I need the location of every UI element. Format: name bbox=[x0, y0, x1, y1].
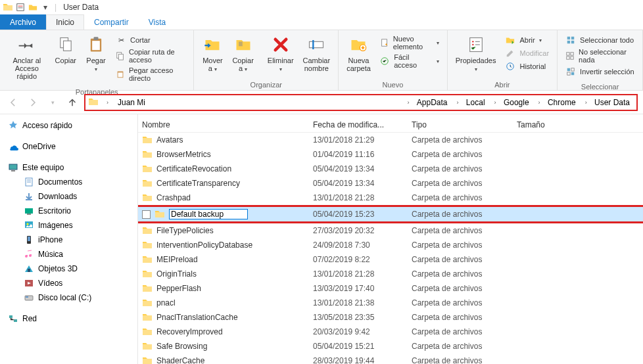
table-row[interactable]: 05/04/2019 15:23Carpeta de archivos bbox=[138, 207, 643, 221]
item-icon bbox=[24, 292, 34, 303]
sidebar-pc-item[interactable]: iPhone bbox=[0, 233, 137, 247]
sidebar-pc-item[interactable]: Imágenes bbox=[0, 218, 137, 233]
sidebar-pc-item[interactable]: Escritorio bbox=[0, 204, 137, 218]
onedrive-icon bbox=[8, 141, 18, 152]
address-bar[interactable]: › Juan Mi › AppData › Local › Google › C… bbox=[84, 94, 638, 111]
back-button[interactable] bbox=[5, 95, 21, 110]
folder-icon bbox=[142, 164, 153, 174]
cut-button[interactable]: ✂ Cortar bbox=[114, 34, 187, 46]
properties-icon[interactable] bbox=[15, 2, 26, 12]
table-row[interactable]: Crashpad13/01/2018 21:28Carpeta de archi… bbox=[138, 191, 643, 205]
file-name: Crashpad bbox=[156, 193, 191, 202]
table-row[interactable]: ShaderCache28/03/2019 19:44Carpeta de ar… bbox=[138, 353, 643, 364]
breadcrumb-item[interactable]: Juan Mi bbox=[114, 97, 149, 108]
breadcrumb-item[interactable]: › Chrome bbox=[535, 97, 580, 108]
pin-quick-access-button[interactable]: Anclar alAcceso rápido bbox=[4, 33, 50, 81]
item-icon bbox=[24, 220, 34, 231]
file-type: Carpeta de archivos bbox=[408, 208, 513, 220]
folder-icon bbox=[142, 193, 153, 203]
svg-rect-41 bbox=[25, 208, 33, 214]
dropdown-icon[interactable]: ▾ bbox=[40, 2, 51, 12]
folder-icon bbox=[155, 209, 165, 219]
table-row[interactable]: RecoveryImproved20/03/2019 9:42Carpeta d… bbox=[138, 325, 643, 339]
sidebar-pc-item[interactable]: Vídeos bbox=[0, 276, 137, 290]
breadcrumb-item[interactable]: › Google bbox=[490, 97, 533, 108]
file-date: 01/04/2019 11:16 bbox=[309, 148, 408, 160]
copy-button[interactable]: Copiar bbox=[51, 33, 80, 66]
file-type: Carpeta de archivos bbox=[408, 283, 513, 294]
table-row[interactable]: PepperFlash13/03/2019 17:40Carpeta de ar… bbox=[138, 281, 643, 296]
sidebar-pc-item[interactable]: Downloads bbox=[0, 189, 137, 204]
recent-locations-button[interactable]: ▾ bbox=[45, 95, 60, 110]
table-row[interactable]: CertificateRevocation05/04/2019 13:34Car… bbox=[138, 162, 643, 176]
breadcrumb-item[interactable]: › AppData bbox=[403, 97, 451, 108]
table-row[interactable]: MEIPreload07/02/2019 8:22Carpeta de arch… bbox=[138, 252, 643, 267]
invert-selection-button[interactable]: Invertir selección bbox=[564, 66, 636, 78]
col-size[interactable]: Tamaño bbox=[513, 118, 565, 132]
copy-path-label: Copiar ruta de acceso bbox=[129, 48, 185, 64]
edit-button[interactable]: Modificar bbox=[504, 47, 550, 59]
history-icon bbox=[505, 61, 515, 72]
paste-button[interactable]: Pegar ▾ bbox=[82, 33, 110, 74]
easy-access-icon bbox=[380, 56, 390, 66]
easy-access-button[interactable]: Fácil acceso ▾ bbox=[379, 53, 441, 70]
svg-rect-36 bbox=[11, 170, 15, 171]
sidebar-quick-access[interactable]: Acceso rápido bbox=[0, 118, 137, 133]
table-row[interactable]: OriginTrials13/01/2018 21:28Carpeta de a… bbox=[138, 267, 643, 281]
properties-label: Propiedades bbox=[456, 57, 496, 64]
select-none-button[interactable]: No seleccionar nada bbox=[564, 47, 636, 64]
tab-share[interactable]: Compartir bbox=[84, 14, 139, 30]
row-checkbox[interactable] bbox=[142, 210, 151, 219]
copy-path-button[interactable]: Copiar ruta de acceso bbox=[114, 47, 187, 64]
col-type[interactable]: Tipo bbox=[408, 118, 513, 132]
tab-home[interactable]: Inicio bbox=[46, 14, 84, 30]
new-folder-button[interactable]: Nuevacarpeta bbox=[343, 33, 375, 74]
sidebar-pc-item[interactable]: Disco local (C:) bbox=[0, 290, 137, 305]
file-date: 13/01/2018 21:38 bbox=[309, 297, 408, 309]
sidebar-onedrive[interactable]: OneDrive bbox=[0, 139, 137, 154]
table-row[interactable]: InterventionPolicyDatabase24/09/2018 7:3… bbox=[138, 238, 643, 252]
up-button[interactable] bbox=[64, 95, 80, 110]
select-all-button[interactable]: Seleccionar todo bbox=[564, 34, 636, 46]
delete-button[interactable]: Eliminar▾ bbox=[264, 33, 298, 74]
sidebar-pc-item[interactable]: Documentos bbox=[0, 175, 137, 189]
folder-icon bbox=[142, 240, 153, 250]
rename-button[interactable]: Cambiarnombre bbox=[299, 33, 335, 74]
svg-rect-0 bbox=[17, 4, 24, 11]
breadcrumb-item[interactable]: › User Data bbox=[581, 97, 634, 108]
move-to-button[interactable]: Movera ▾ bbox=[198, 33, 227, 74]
forward-button[interactable] bbox=[25, 95, 41, 110]
open-icon bbox=[505, 35, 515, 45]
paste-shortcut-button[interactable]: Pegar acceso directo bbox=[114, 66, 187, 83]
open-button[interactable]: Abrir ▾ bbox=[504, 34, 550, 46]
table-row[interactable]: CertificateTransparency05/04/2019 13:34C… bbox=[138, 176, 643, 191]
breadcrumb-root-chevron[interactable]: › bbox=[103, 98, 112, 107]
table-row[interactable]: BrowserMetrics01/04/2019 11:16Carpeta de… bbox=[138, 147, 643, 162]
sidebar-pc-item[interactable]: Objetos 3D bbox=[0, 262, 137, 276]
folder-small-icon[interactable] bbox=[28, 2, 38, 12]
copy-to-button[interactable]: Copiara ▾ bbox=[228, 33, 257, 74]
new-item-button[interactable]: Nuevo elemento ▾ bbox=[379, 34, 441, 51]
item-icon bbox=[24, 206, 34, 216]
properties-button[interactable]: Propiedades▾ bbox=[452, 33, 500, 74]
table-row[interactable]: Safe Browsing05/04/2019 15:21Carpeta de … bbox=[138, 339, 643, 353]
sidebar-network[interactable]: Red bbox=[0, 311, 137, 326]
tab-view[interactable]: Vista bbox=[139, 14, 176, 30]
file-name: RecoveryImproved bbox=[156, 327, 223, 336]
invert-selection-icon bbox=[565, 66, 576, 77]
sidebar-pc-item[interactable]: Música bbox=[0, 247, 137, 262]
breadcrumb-item[interactable]: › Local bbox=[453, 97, 489, 108]
rename-input[interactable] bbox=[169, 209, 248, 219]
col-date[interactable]: Fecha de modifica... bbox=[309, 118, 408, 132]
folder-icon bbox=[142, 149, 153, 160]
tab-file[interactable]: Archivo bbox=[0, 14, 46, 30]
table-row[interactable]: PnaclTranslationCache13/05/2018 23:35Car… bbox=[138, 310, 643, 325]
table-row[interactable]: FileTypePolicies27/03/2019 20:32Carpeta … bbox=[138, 223, 643, 238]
table-row[interactable]: pnacl13/01/2018 21:38Carpeta de archivos bbox=[138, 296, 643, 310]
file-date: 13/05/2018 23:35 bbox=[309, 311, 408, 323]
table-row[interactable]: Avatars13/01/2018 21:29Carpeta de archiv… bbox=[138, 133, 643, 147]
sidebar-this-pc[interactable]: Este equipo bbox=[0, 160, 137, 175]
rename-icon bbox=[306, 34, 327, 55]
col-name[interactable]: Nombre bbox=[138, 118, 309, 132]
history-button[interactable]: Historial bbox=[504, 60, 550, 72]
